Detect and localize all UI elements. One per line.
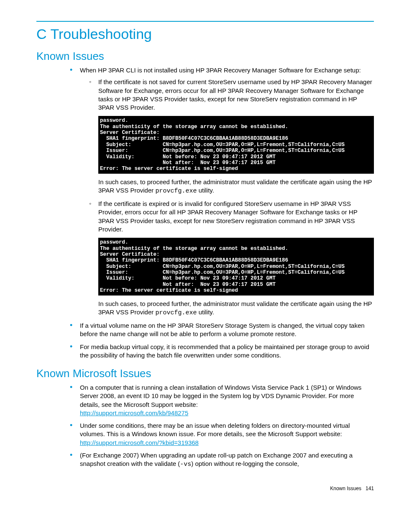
list-item: (For Exchange 2007) When upgrading an up… <box>70 451 374 469</box>
ms-issues-list: On a computer that is running a clean in… <box>36 383 374 469</box>
text: utility. <box>197 308 214 316</box>
page-footer: Known Issues 141 <box>36 486 374 491</box>
text: utility. <box>197 187 214 194</box>
text: ) option without re-logging the console, <box>191 460 299 467</box>
issue-text: Under some conditions, there may be an i… <box>80 422 350 437</box>
code-text: provcfg.exe <box>155 309 197 316</box>
code-text: -vs <box>180 461 191 468</box>
issue-text: When HP 3PAR CLI is not installed using … <box>80 67 361 74</box>
header-rule <box>36 21 374 22</box>
list-item: For media backup virtual copy, it is rec… <box>70 343 374 360</box>
followup-text: In such cases, to proceed further, the a… <box>98 178 374 196</box>
terminal-output: password. The authenticity of the storag… <box>98 238 374 295</box>
list-item: On a computer that is running a clean in… <box>70 383 374 417</box>
section-known-issues: Known Issues <box>36 50 374 63</box>
list-item: Under some conditions, there may be an i… <box>70 421 374 447</box>
page-title: C Troubleshooting <box>36 26 374 42</box>
terminal-output: password. The authenticity of the storag… <box>98 116 374 173</box>
list-item: When HP 3PAR CLI is not installed using … <box>70 66 374 317</box>
support-link[interactable]: http://support.microsoft.com/kb/948275 <box>80 409 188 416</box>
issue-text: On a computer that is running a clean in… <box>80 384 361 408</box>
sub-issue-text: If the certificate is expired or is inva… <box>98 200 357 233</box>
text: In such cases, to proceed further, the a… <box>98 300 372 316</box>
list-item: If the certificate is expired or is inva… <box>89 200 374 317</box>
footer-section: Known Issues <box>330 486 361 491</box>
page: C Troubleshooting Known Issues When HP 3… <box>0 0 399 500</box>
section-known-ms-issues: Known Microsoft Issues <box>36 367 374 380</box>
list-item: If the certificate is not saved for curr… <box>89 78 374 195</box>
issue-text: For media backup virtual copy, it is rec… <box>80 343 369 359</box>
page-number: 141 <box>366 486 374 491</box>
code-text: provcfg.exe <box>155 188 197 195</box>
sub-list: If the certificate is not saved for curr… <box>80 78 374 317</box>
followup-text: In such cases, to proceed further, the a… <box>98 300 374 318</box>
list-item: If a virtual volume name on the HP 3PAR … <box>70 321 374 339</box>
support-link[interactable]: http://support.microsoft.com/?kbid=31936… <box>80 439 199 446</box>
sub-issue-text: If the certificate is not saved for curr… <box>98 78 372 111</box>
issue-text: If a virtual volume name on the HP 3PAR … <box>80 322 365 337</box>
known-issues-list: When HP 3PAR CLI is not installed using … <box>36 66 374 360</box>
text: In such cases, to proceed further, the a… <box>98 178 372 194</box>
